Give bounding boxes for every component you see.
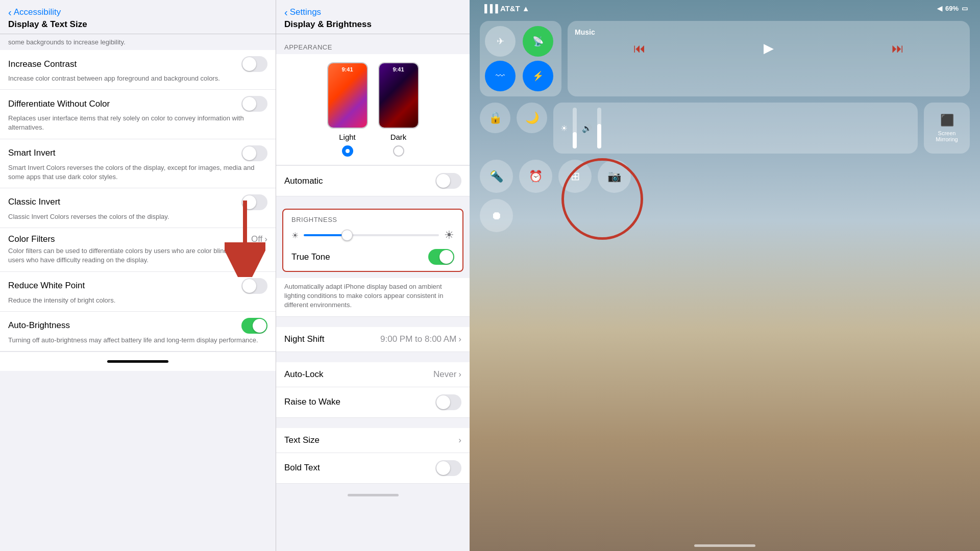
dark-label: Dark — [390, 133, 407, 141]
smart-invert-label: Smart Invert — [8, 148, 56, 158]
cc-music-player: Music ⏮ ▶ ⏭ — [568, 21, 970, 96]
appearance-dark-option[interactable]: 9:41 Dark — [378, 62, 419, 157]
raise-to-wake-row: Raise to Wake — [276, 387, 470, 418]
bold-text-label: Bold Text — [284, 463, 320, 473]
panel-accessibility: ‹ Accessibility Display & Text Size some… — [0, 0, 276, 551]
volume-icon-cc: 🔊 — [582, 123, 592, 133]
light-label: Light — [339, 133, 356, 141]
smart-invert-toggle[interactable] — [241, 145, 267, 161]
airplane-mode-button[interactable]: ✈ — [485, 26, 516, 57]
panel1-header: ‹ Accessibility Display & Text Size — [0, 0, 276, 34]
panel2-title: Display & Brightness — [284, 19, 461, 30]
volume-fill-cc — [597, 124, 601, 148]
automatic-toggle[interactable] — [435, 173, 461, 189]
calculator-button[interactable]: ⊞ — [558, 160, 592, 193]
brightness-icon-cc: ☀ — [560, 123, 568, 133]
reduce-white-point-label: Reduce White Point — [8, 281, 85, 291]
rewind-button[interactable]: ⏮ — [633, 41, 646, 56]
brightness-thumb — [341, 230, 353, 241]
text-size-row[interactable]: Text Size › — [276, 428, 470, 453]
chevron-left-icon-2: ‹ — [284, 7, 288, 17]
chevron-left-icon: ‹ — [8, 7, 12, 17]
red-arrow-down — [225, 201, 265, 277]
chevron-text-size-icon: › — [458, 435, 461, 445]
wifi-status-icon: ▲ — [522, 4, 530, 13]
brightness-section-label: BRIGHTNESS — [291, 216, 454, 223]
settings-item-smart-invert: Smart Invert Smart Invert Colors reverse… — [0, 139, 276, 188]
home-indicator-cc — [694, 544, 755, 547]
do-not-disturb-button[interactable]: 🌙 — [517, 103, 547, 133]
chevron-night-shift-icon: › — [458, 334, 461, 344]
dark-radio[interactable] — [393, 145, 404, 157]
wifi-button[interactable]: 〰 — [485, 61, 516, 91]
auto-brightness-toggle[interactable] — [241, 318, 267, 334]
battery-icon: ▭ — [962, 5, 968, 12]
settings-item-auto-brightness: Auto-Brightness Turning off auto-brightn… — [0, 312, 276, 352]
appearance-section-label: APPEARANCE — [276, 34, 470, 54]
carrier-label: AT&T — [500, 4, 520, 13]
night-shift-row[interactable]: Night Shift 9:00 PM to 8:00 AM › — [276, 327, 470, 352]
brightness-fill — [304, 234, 345, 236]
panel2-header: ‹ Settings Display & Brightness — [276, 0, 470, 34]
dark-preview-time: 9:41 — [379, 66, 418, 72]
back-link-accessibility[interactable]: ‹ Accessibility — [8, 7, 267, 17]
auto-brightness-desc: Turning off auto-brightness may affect b… — [8, 336, 267, 345]
screen-mirroring-label: ScreenMirroring — [936, 130, 958, 142]
light-radio[interactable] — [342, 145, 353, 157]
true-tone-toggle[interactable] — [428, 249, 454, 265]
music-title: Music — [575, 28, 963, 36]
music-controls: ⏮ ▶ ⏭ — [575, 40, 963, 56]
automatic-label: Automatic — [284, 176, 323, 186]
increase-contrast-label: Increase Contrast — [8, 59, 77, 69]
bold-text-toggle[interactable] — [435, 460, 461, 476]
screen-mirroring-button[interactable]: ⬛ ScreenMirroring — [924, 103, 970, 154]
panel-control-center: ▐▐▐ AT&T ▲ ◀ 69% ▭ ✈ 📡 〰 ⚡ — [470, 0, 980, 551]
appearance-light-option[interactable]: 9:41 Light — [327, 62, 368, 157]
volume-slider-cc[interactable] — [597, 108, 601, 148]
back-label-2[interactable]: Settings — [290, 7, 321, 17]
increase-contrast-toggle[interactable] — [241, 56, 267, 72]
text-size-value: › — [458, 435, 461, 445]
raise-to-wake-toggle[interactable] — [435, 394, 461, 410]
differentiate-desc: Replaces user interface items that rely … — [8, 114, 267, 132]
reduce-white-point-toggle[interactable] — [241, 278, 267, 294]
back-label[interactable]: Accessibility — [14, 7, 61, 17]
cc-bottom-row: 🔦 ⏰ ⊞ 📷 — [480, 160, 970, 193]
smart-invert-desc: Smart Invert Colors reverses the colors … — [8, 163, 267, 182]
true-tone-row: True Tone — [291, 249, 454, 265]
cc-extra-row: ⏺ — [480, 199, 970, 232]
orientation-lock-button[interactable]: 🔒 — [480, 103, 510, 133]
signal-bars-icon: ▐▐▐ — [482, 4, 498, 13]
fast-forward-button[interactable]: ⏭ — [892, 41, 904, 56]
settings-item-differentiate: Differentiate Without Color Replaces use… — [0, 90, 276, 139]
screen-record-button[interactable]: ⏺ — [480, 199, 513, 232]
panel1-title: Display & Text Size — [8, 19, 267, 30]
camera-button[interactable]: 📷 — [598, 160, 631, 193]
brightness-slider[interactable] — [304, 234, 439, 236]
cellular-data-button[interactable]: 📡 — [523, 26, 553, 57]
auto-lock-row[interactable]: Auto-Lock Never › — [276, 362, 470, 387]
true-tone-desc: Automatically adapt iPhone display based… — [276, 278, 470, 317]
top-description: some backgrounds to increase legibility. — [0, 34, 276, 50]
bold-text-row: Bold Text — [276, 453, 470, 484]
brightness-fill-cc — [573, 132, 577, 148]
clock-button[interactable]: ⏰ — [519, 160, 552, 193]
back-link-settings[interactable]: ‹ Settings — [284, 7, 461, 17]
settings-list: Increase Contrast Increase color contras… — [0, 50, 276, 551]
raise-to-wake-label: Raise to Wake — [284, 397, 340, 407]
screen-mirroring-icon: ⬛ — [940, 114, 954, 127]
brightness-settings-list: APPEARANCE 9:41 Light 9:41 Dark Automati… — [276, 34, 470, 551]
play-button[interactable]: ▶ — [764, 40, 774, 56]
flashlight-button[interactable]: 🔦 — [480, 160, 513, 193]
auto-brightness-label: Auto-Brightness — [8, 320, 70, 331]
color-filters-label: Color Filters — [8, 234, 55, 244]
bluetooth-button[interactable]: ⚡ — [523, 61, 553, 91]
differentiate-toggle[interactable] — [241, 96, 267, 112]
brightness-slider-cc[interactable] — [573, 108, 577, 148]
cc-status-right: ◀ 69% ▭ — [937, 5, 968, 12]
cc-mid-row: 🔒 🌙 ☀ 🔊 ⬛ ScreenMirroring — [480, 103, 970, 154]
light-preview-time: 9:41 — [328, 66, 367, 72]
classic-invert-label: Classic Invert — [8, 197, 60, 207]
appearance-options: 9:41 Light 9:41 Dark — [276, 54, 470, 165]
brightness-high-icon: ☀ — [444, 229, 454, 242]
